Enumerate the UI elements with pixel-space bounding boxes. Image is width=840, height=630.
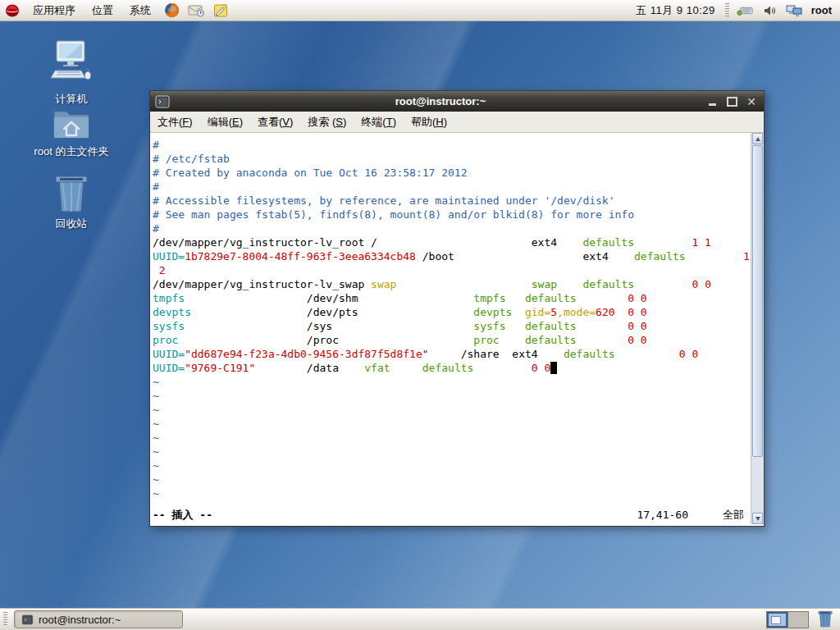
evolution-launcher-icon[interactable] [188,2,204,19]
vim-text-segment: ~ [153,459,159,472]
system-menu[interactable]: 系统 [121,0,159,21]
vim-text-segment: sysfs [473,320,505,332]
window-title: root@instructor:~ [175,95,706,107]
firefox-launcher-icon[interactable] [163,2,180,19]
input-method-icon[interactable] [737,2,753,19]
panel-trash-icon[interactable] [817,609,833,630]
vim-text-segment [577,320,628,332]
terminal-screen[interactable]: # # /etc/fstab # Created by anaconda on … [150,133,764,524]
vim-text-segment: vfat [364,362,390,374]
computer-icon [50,39,93,89]
home-folder-icon [52,107,91,141]
vim-buffer-text: # # /etc/fstab # Created by anaconda on … [150,133,764,500]
scrollbar-thumb[interactable] [752,145,763,457]
vim-cursor [550,362,557,374]
terminal-window-icon [155,95,170,108]
vim-text-segment: /proc [178,334,473,346]
taskbar-drag-handle[interactable] [3,612,7,627]
notes-launcher-icon[interactable] [212,2,229,19]
desktop-icon-home[interactable]: root 的主文件夹 [22,107,121,159]
maximize-button[interactable] [726,96,737,107]
terminal-menubar: 文件(F)编辑(E)查看(V)搜索 (S)终端(T)帮助(H) [150,112,764,133]
taskbar-window-button[interactable]: root@instructor:~ [14,610,183,628]
menu-item-1[interactable]: 编辑(E) [200,112,250,132]
workspace-1[interactable] [767,612,788,628]
vim-text-segment: UUID= [153,348,185,360]
vim-text-segment: 1 [743,250,750,262]
vim-text-segment: 2 [153,264,166,276]
trash-icon [52,172,90,213]
minimize-button[interactable] [706,96,718,107]
vim-text-segment: ~ [153,487,159,500]
vim-text-segment: 0 0 [628,306,646,318]
vim-text-segment [634,236,692,249]
vim-text-segment [577,292,628,304]
vim-ruler: 17,41-60 [637,508,688,522]
vim-text-segment: UUID= [153,362,185,374]
vim-scroll-position: 全部 [723,508,744,522]
vim-text-segment [512,306,525,318]
desktop-icon-trash[interactable]: 回收站 [22,172,121,231]
workspace-2[interactable] [788,612,808,628]
tray-drag-handle[interactable] [725,3,729,18]
close-button[interactable]: ✕ [746,96,757,107]
terminal-scrollbar[interactable] [751,133,764,524]
vim-text-segment [557,278,582,290]
vim-text-segment: proc [473,334,499,346]
vim-text-segment: defaults [422,362,474,374]
vim-text-segment: ~ [153,445,159,458]
vim-text-segment: ~ [153,376,159,388]
vim-text-segment: 0 0 [628,292,646,304]
vim-text-segment: "9769-C191" [185,362,255,374]
vim-text-segment: defaults [564,348,615,360]
vim-text-segment: /dev/mapper/vg_instructor-lv_swap [153,278,371,290]
panel-clock[interactable]: 五 11月 9 10:29 [629,3,722,18]
vim-text-segment: sysfs [153,320,185,332]
scrollbar-down-arrow[interactable] [752,513,763,524]
desktop-icon-computer[interactable]: 计算机 [22,39,121,107]
workspace-window-thumb [771,616,781,624]
menu-item-4[interactable]: 终端(T) [354,112,404,132]
menu-item-2[interactable]: 查看(V) [250,112,300,132]
vim-text-segment: # Created by anaconda on Tue Oct 16 23:5… [153,167,468,179]
vim-text-segment: swap [532,278,557,290]
vim-text-segment: ~ [153,418,159,430]
desktop-icon-label: root 的主文件夹 [22,144,121,159]
vim-text-segment [500,334,525,346]
menu-item-3[interactable]: 搜索 (S) [300,112,354,132]
volume-icon[interactable] [761,2,778,19]
window-titlebar[interactable]: root@instructor:~ ✕ [150,91,764,112]
vim-text-segment [634,278,692,290]
vim-text-segment: # See man pages fstab(5), findfs(8), mou… [153,208,634,221]
vim-text-segment: 0 0 [679,348,698,360]
vim-text-segment: devpts [473,306,512,318]
vim-text-segment [505,292,524,304]
vim-text-segment [615,348,679,360]
places-menu[interactable]: 位置 [84,0,121,21]
panel-username[interactable]: root [806,4,840,16]
menu-item-5[interactable]: 帮助(H) [404,112,454,132]
vim-text-segment: tmpfs [153,292,185,304]
vim-text-segment: # [153,222,159,235]
vim-text-segment: "dd687e94-f23a-4db0-9456-3df87f5d8f1e" [185,348,428,360]
vim-text-segment: devpts [153,306,191,318]
applications-menu[interactable]: 应用程序 [25,0,84,21]
vim-text-segment: ~ [153,431,159,444]
vim-text-segment: /boot ext4 [416,250,634,262]
taskbar-window-label: root@instructor:~ [39,614,121,626]
menu-item-0[interactable]: 文件(F) [150,112,200,132]
vim-text-segment: # Accessible filesystems, by reference, … [153,194,615,207]
redhat-menu-icon[interactable] [4,2,21,19]
scrollbar-up-arrow[interactable] [752,133,763,144]
vim-text-segment: defaults [525,320,577,332]
vim-text-segment: UUID= [153,250,185,262]
vim-text-segment [686,250,743,262]
vim-text-segment: 0 0 [628,320,646,332]
vim-text-segment: ext4 [377,236,582,249]
vim-text-segment [396,278,531,290]
desktop-icon-label: 计算机 [22,92,121,107]
vim-text-segment: /dev/mapper/vg_instructor-lv_root / [153,236,377,249]
network-icon[interactable] [786,2,802,19]
vim-text-segment [577,334,628,346]
vim-text-segment: defaults [525,292,577,304]
